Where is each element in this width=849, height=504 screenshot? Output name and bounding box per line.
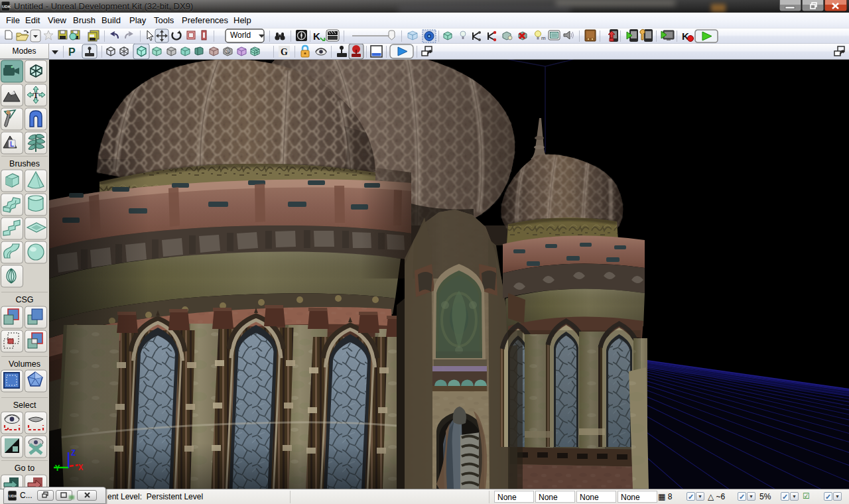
svg-text:S: S xyxy=(226,48,229,54)
svg-text:Go to: Go to xyxy=(15,464,35,473)
svg-text:P: P xyxy=(68,46,76,58)
svg-text:L: L xyxy=(10,141,14,148)
svg-text:X: X xyxy=(78,464,84,473)
svg-text:Select: Select xyxy=(13,401,36,410)
svg-text:Z: Z xyxy=(71,449,76,458)
svg-text:CSG: CSG xyxy=(15,295,33,304)
svg-text:Volumes: Volumes xyxy=(9,359,40,369)
svg-text:Y: Y xyxy=(55,464,60,473)
svg-text:T: T xyxy=(33,91,38,100)
svg-text:Brushes: Brushes xyxy=(9,159,40,168)
svg-text:K: K xyxy=(313,31,320,42)
svg-text:m: m xyxy=(541,35,546,41)
svg-text:G: G xyxy=(281,47,288,57)
